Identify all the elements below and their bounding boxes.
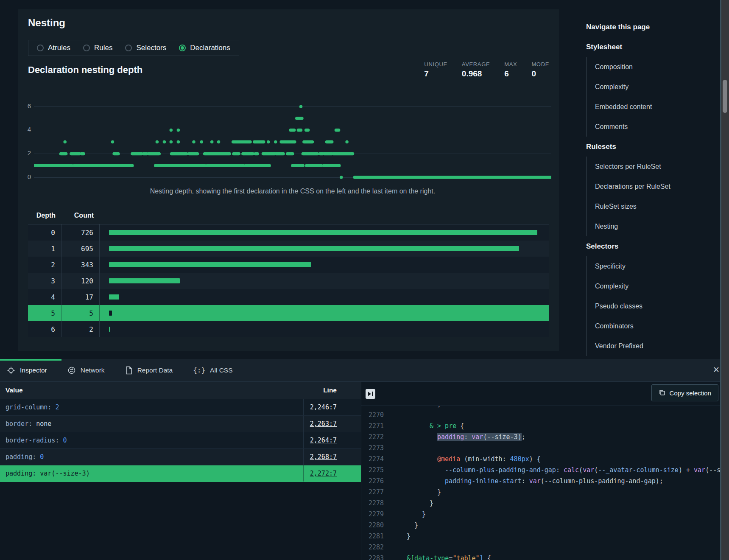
sidebar-item-specificity[interactable]: Specificity xyxy=(586,256,713,276)
sidebar-item-vendor-prefixed[interactable]: Vendor Prefixed xyxy=(586,336,713,356)
line-link[interactable]: 2,246:7 xyxy=(303,399,361,415)
count-cell: 120 xyxy=(61,273,100,289)
css-colon: : xyxy=(32,453,40,461)
active-tab-indicator xyxy=(0,359,61,361)
sidebar-item-complexity[interactable]: Complexity xyxy=(586,77,713,97)
count-bar xyxy=(109,327,110,332)
line-column-header[interactable]: Line xyxy=(303,386,361,394)
sidebar-item-combinators[interactable]: Combinators xyxy=(586,316,713,336)
panel-toggle-icon[interactable] xyxy=(366,389,375,399)
line-link[interactable]: 2,264:7 xyxy=(303,432,361,448)
line-content xyxy=(399,409,729,420)
code-token: var xyxy=(472,433,483,441)
table-row[interactable]: 55 xyxy=(28,305,549,321)
sidebar-item-embedded-content[interactable]: Embedded content xyxy=(586,97,713,117)
tab-label: Inspector xyxy=(20,367,47,374)
code-line: 2277} xyxy=(361,487,729,498)
copy-icon xyxy=(659,389,665,397)
code-token: } xyxy=(407,532,411,540)
table-row[interactable]: 2343 xyxy=(28,257,549,273)
line-link[interactable]: 2,263:7 xyxy=(303,416,361,432)
code-scroll-area[interactable]: 2269}22702271& > pre {2272padding: var(-… xyxy=(361,406,729,560)
file-icon xyxy=(125,366,133,375)
bar-cell xyxy=(100,327,549,332)
line-content: } xyxy=(399,487,729,498)
count-header-cell: Count xyxy=(61,212,100,219)
line-number: 2270 xyxy=(361,409,395,420)
stat-value: 0.968 xyxy=(462,69,482,78)
code-token: } xyxy=(437,488,441,496)
line-number: 2272 xyxy=(361,431,395,442)
line-content: } xyxy=(399,520,729,531)
tab-all-css[interactable]: {:}All CSS xyxy=(193,366,232,374)
source-code-pane: Copy selection 2269}22702271& > pre {227… xyxy=(361,382,729,560)
table-row[interactable]: 1695 xyxy=(28,241,549,257)
sidebar-item-composition[interactable]: Composition xyxy=(586,57,713,77)
tab-label: Network xyxy=(81,367,105,374)
nav-heading: Selectors xyxy=(586,236,713,256)
declaration-row[interactable]: grid-column: 22,246:7 xyxy=(0,399,361,416)
code-token: 480px xyxy=(510,455,529,463)
tab-network[interactable]: Network xyxy=(67,366,105,375)
sidebar-item-ruleset-sizes[interactable]: RuleSet sizes xyxy=(586,196,713,216)
stat-average: AVERAGE0.968 xyxy=(462,61,490,78)
code-token: calc xyxy=(564,466,579,474)
code-token: } xyxy=(430,499,433,507)
line-number: 2281 xyxy=(361,531,395,542)
braces-icon: {:} xyxy=(193,366,205,374)
sidebar-item-declarations-per-ruleset[interactable]: Declarations per RuleSet xyxy=(586,176,713,196)
table-row[interactable]: 3120 xyxy=(28,273,549,289)
nesting-depth-scatter-chart: 6420 xyxy=(34,95,551,185)
declaration-row[interactable]: padding: 02,268:7 xyxy=(0,449,361,465)
count-bar xyxy=(109,311,112,316)
sidebar-item-complexity[interactable]: Complexity xyxy=(586,276,713,296)
code-token: var xyxy=(529,477,541,485)
count-bar xyxy=(109,230,537,235)
tab-report-data[interactable]: Report Data xyxy=(125,366,173,375)
radio-option-atrules[interactable]: Atrules xyxy=(37,44,70,52)
count-cell: 726 xyxy=(61,224,100,241)
line-link[interactable]: 2,272:7 xyxy=(303,465,361,482)
code-token: : xyxy=(556,466,564,474)
stat-label: MAX xyxy=(504,61,517,67)
line-link[interactable]: 2,268:7 xyxy=(303,449,361,465)
radio-option-declarations[interactable]: Declarations xyxy=(179,44,230,52)
nav-title: Navigate this page xyxy=(586,17,713,37)
inspector-dock: InspectorNetworkReport Data{:}All CSS ✕ … xyxy=(0,359,729,560)
table-row[interactable]: 62 xyxy=(28,321,549,337)
css-property: padding xyxy=(6,453,32,461)
close-icon[interactable]: ✕ xyxy=(713,366,720,374)
declaration-row[interactable]: padding: var(--size-3)2,272:7 xyxy=(0,465,361,482)
table-row[interactable]: 0726 xyxy=(28,224,549,241)
stat-unique: UNIQUE7 xyxy=(424,61,447,78)
line-content: --column-plus-padding-and-gap: calc(var(… xyxy=(399,465,729,476)
radio-option-selectors[interactable]: Selectors xyxy=(125,44,166,52)
line-content: padding: var(--size-3); xyxy=(399,431,729,442)
code-token: (--column-plus-padding-and-gap); xyxy=(541,477,663,485)
depth-cell: 2 xyxy=(28,257,61,273)
declaration-row[interactable]: border: none2,263:7 xyxy=(0,416,361,432)
sidebar-item-comments[interactable]: Comments xyxy=(586,117,713,137)
sidebar-item-nesting[interactable]: Nesting xyxy=(586,216,713,236)
code-token: "table" xyxy=(452,554,479,560)
code-token: &[data-type xyxy=(407,554,449,560)
stat-label: MODE xyxy=(531,61,549,67)
declaration-row[interactable]: border-radius: 02,264:7 xyxy=(0,432,361,449)
copy-selection-button[interactable]: Copy selection xyxy=(651,384,718,401)
tab-inspector[interactable]: Inspector xyxy=(7,366,47,375)
page-scrollbar-thumb[interactable] xyxy=(723,80,727,113)
code-line: 2279} xyxy=(361,509,729,520)
values-table-header: Value Line xyxy=(0,382,361,399)
table-row[interactable]: 417 xyxy=(28,289,549,305)
count-cell: 17 xyxy=(61,289,100,305)
line-content: &[data-type="table"] { xyxy=(399,553,729,560)
line-number: 2283 xyxy=(361,553,395,560)
sidebar-item-selectors-per-ruleset[interactable]: Selectors per RuleSet xyxy=(586,157,713,176)
stat-value: 0 xyxy=(531,69,536,78)
sidebar-item-pseudo-classes[interactable]: Pseudo classes xyxy=(586,296,713,316)
code-line: 2274@media (min-width: 480px) { xyxy=(361,454,729,465)
depth-cell: 6 xyxy=(28,321,61,337)
bar-cell xyxy=(100,230,549,235)
radio-option-rules[interactable]: Rules xyxy=(83,44,112,52)
copy-selection-label: Copy selection xyxy=(670,389,711,397)
